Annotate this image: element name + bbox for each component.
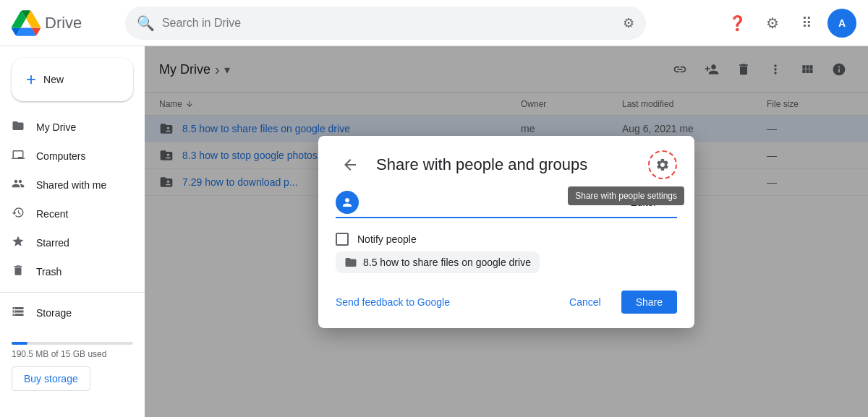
dialog-back-button[interactable] xyxy=(336,150,365,179)
google-drive-logo[interactable]: Drive xyxy=(12,9,82,38)
modal-overlay[interactable]: Share with people and groups Share with … xyxy=(145,46,868,417)
drive-logo-icon xyxy=(12,9,41,38)
filter-icon[interactable]: ⚙ xyxy=(623,15,634,31)
sidebar-item-starred-label: Starred xyxy=(36,237,69,249)
file-chip: 8.5 how to share files on google drive xyxy=(336,252,540,273)
share-settings-button[interactable] xyxy=(648,150,677,179)
share-button[interactable]: Share xyxy=(621,291,677,314)
permission-selector[interactable]: Editor xyxy=(624,194,677,211)
sidebar: + New My Drive Computers Shared with me xyxy=(0,46,145,417)
apps-button[interactable]: ⠿ xyxy=(793,9,822,38)
cancel-button[interactable]: Cancel xyxy=(555,291,616,314)
search-bar[interactable]: 🔍 ⚙ xyxy=(125,7,646,40)
help-button[interactable]: ❓ xyxy=(723,9,752,38)
people-input-row: ✕ Editor xyxy=(336,188,677,218)
notify-people-row: Notify people xyxy=(318,227,694,252)
topbar-right: ❓ ⚙ ⠿ A xyxy=(723,9,856,38)
sidebar-divider xyxy=(0,292,145,293)
computers-icon xyxy=(12,148,25,165)
plus-icon: + xyxy=(26,69,36,90)
new-button-label: New xyxy=(43,74,64,85)
recent-icon xyxy=(12,206,25,223)
trash-icon xyxy=(12,264,25,280)
dialog-title: Share with people and groups xyxy=(376,155,637,174)
file-chip-row: 8.5 how to share files on google drive xyxy=(318,252,694,282)
new-button[interactable]: + New xyxy=(12,58,133,101)
share-dialog: Share with people and groups Share with … xyxy=(318,136,694,328)
sidebar-item-trash[interactable]: Trash xyxy=(0,257,139,286)
storage-bar-fill xyxy=(12,342,27,345)
feedback-link[interactable]: Send feedback to Google xyxy=(336,296,450,308)
people-input-area: ✕ Editor xyxy=(318,188,694,227)
storage-section: 190.5 MB of 15 GB used Buy storage xyxy=(0,327,145,400)
footer-buttons: Cancel Share xyxy=(555,291,677,314)
dialog-footer: Send feedback to Google Cancel Share xyxy=(318,282,694,328)
sidebar-item-shared-label: Shared with me xyxy=(36,179,106,191)
notify-checkbox[interactable] xyxy=(336,233,349,246)
user-avatar-chip xyxy=(336,191,359,214)
storage-icon xyxy=(12,305,25,322)
main-layout: + New My Drive Computers Shared with me xyxy=(0,46,868,417)
clear-input-button[interactable]: ✕ xyxy=(601,194,618,211)
logo-text: Drive xyxy=(45,14,82,33)
permission-label: Editor xyxy=(630,197,657,208)
settings-button-container: Share with people settings xyxy=(648,150,677,179)
sidebar-item-starred[interactable]: Starred xyxy=(0,228,139,257)
settings-button[interactable]: ⚙ xyxy=(758,9,787,38)
account-avatar[interactable]: A xyxy=(827,9,856,38)
folder-chip-icon xyxy=(344,256,357,269)
topbar: Drive 🔍 ⚙ ❓ ⚙ ⠿ A xyxy=(0,0,868,46)
my-drive-icon xyxy=(12,119,25,136)
sidebar-item-storage-label: Storage xyxy=(36,307,72,319)
sidebar-item-my-drive-label: My Drive xyxy=(36,121,76,133)
sidebar-item-recent-label: Recent xyxy=(36,208,68,220)
shared-icon xyxy=(12,177,25,194)
sidebar-item-trash-label: Trash xyxy=(36,266,61,278)
sidebar-item-computers-label: Computers xyxy=(36,150,85,162)
sidebar-item-shared[interactable]: Shared with me xyxy=(0,171,139,199)
sidebar-item-computers[interactable]: Computers xyxy=(0,142,139,171)
starred-icon xyxy=(12,235,25,252)
sidebar-item-recent[interactable]: Recent xyxy=(0,199,139,228)
storage-bar-background xyxy=(12,342,133,345)
chevron-down-icon xyxy=(660,197,671,208)
buy-storage-button[interactable]: Buy storage xyxy=(12,366,90,391)
storage-used-text: 190.5 MB of 15 GB used xyxy=(12,349,133,359)
main-content: My Drive › ▾ xyxy=(145,46,868,417)
notify-label: Notify people xyxy=(357,233,417,245)
search-icon: 🔍 xyxy=(137,14,155,32)
file-chip-name: 8.5 how to share files on google drive xyxy=(363,257,531,268)
search-input[interactable] xyxy=(162,17,616,30)
dialog-header: Share with people and groups Share with … xyxy=(318,136,694,188)
sidebar-item-storage[interactable]: Storage xyxy=(0,298,139,327)
people-search-input[interactable] xyxy=(365,197,595,208)
sidebar-item-my-drive[interactable]: My Drive xyxy=(0,113,139,142)
